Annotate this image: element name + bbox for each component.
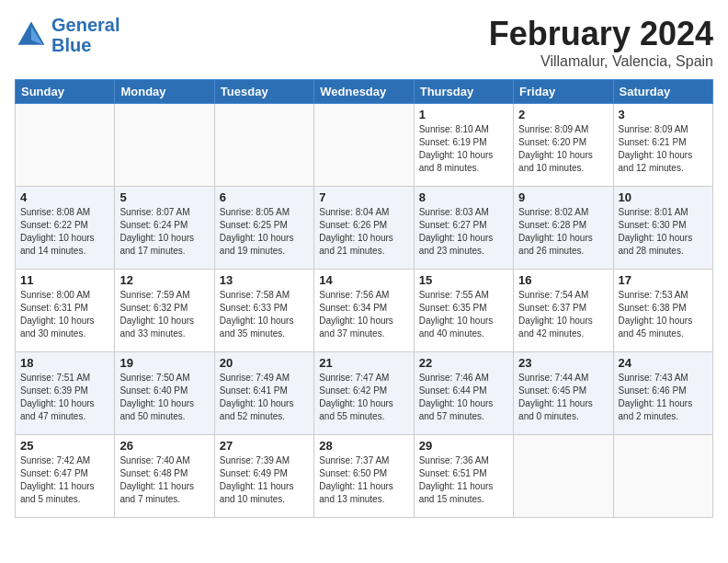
day-number: 13 [220,273,309,287]
day-number: 24 [619,356,708,370]
weekday-header-thursday: Thursday [414,80,513,104]
calendar-cell: 23Sunrise: 7:44 AM Sunset: 6:45 PM Dayli… [514,352,613,435]
day-number: 3 [619,108,708,121]
day-info: Sunrise: 7:50 AM Sunset: 6:40 PM Dayligh… [119,372,209,423]
calendar-cell: 29Sunrise: 7:36 AM Sunset: 6:51 PM Dayli… [414,435,513,518]
logo-icon [15,18,48,52]
calendar-cell: 16Sunrise: 7:54 AM Sunset: 6:37 PM Dayli… [514,270,613,352]
calendar-cell: 5Sunrise: 8:07 AM Sunset: 6:24 PM Daylig… [115,187,214,270]
calendar-cell: 25Sunrise: 7:42 AM Sunset: 6:47 PM Dayli… [16,435,115,518]
logo-text: General Blue [51,15,119,55]
day-info: Sunrise: 7:37 AM Sunset: 6:50 PM Dayligh… [319,454,408,506]
day-number: 26 [119,439,209,453]
day-info: Sunrise: 7:46 AM Sunset: 6:44 PM Dayligh… [419,372,508,423]
day-info: Sunrise: 8:08 AM Sunset: 6:22 PM Dayligh… [20,206,109,258]
calendar-cell: 28Sunrise: 7:37 AM Sunset: 6:50 PM Dayli… [314,435,414,518]
calendar-cell: 4Sunrise: 8:08 AM Sunset: 6:22 PM Daylig… [16,187,115,270]
day-number: 14 [319,273,408,287]
calendar-cell [16,104,115,187]
day-number: 2 [518,108,608,121]
calendar-cell: 24Sunrise: 7:43 AM Sunset: 6:46 PM Dayli… [613,352,712,435]
calendar-cell: 20Sunrise: 7:49 AM Sunset: 6:41 PM Dayli… [214,352,313,435]
day-info: Sunrise: 7:40 AM Sunset: 6:48 PM Dayligh… [119,454,209,506]
calendar-week-5: 25Sunrise: 7:42 AM Sunset: 6:47 PM Dayli… [16,435,713,518]
day-number: 28 [319,439,408,453]
day-info: Sunrise: 7:39 AM Sunset: 6:49 PM Dayligh… [220,454,309,506]
calendar-cell: 18Sunrise: 7:51 AM Sunset: 6:39 PM Dayli… [16,352,115,435]
day-number: 20 [220,356,309,370]
calendar-cell [115,104,214,187]
calendar-cell: 11Sunrise: 8:00 AM Sunset: 6:31 PM Dayli… [16,270,115,352]
day-number: 16 [518,273,608,287]
location-title: Villamalur, Valencia, Spain [489,53,713,70]
calendar-cell [514,435,613,518]
day-number: 29 [419,439,508,453]
calendar-cell: 12Sunrise: 7:59 AM Sunset: 6:32 PM Dayli… [115,270,214,352]
calendar-cell [613,435,712,518]
calendar-cell: 15Sunrise: 7:55 AM Sunset: 6:35 PM Dayli… [414,270,513,352]
day-number: 7 [319,190,408,204]
day-info: Sunrise: 8:02 AM Sunset: 6:28 PM Dayligh… [518,206,608,258]
day-info: Sunrise: 8:01 AM Sunset: 6:30 PM Dayligh… [619,206,708,258]
calendar-header: SundayMondayTuesdayWednesdayThursdayFrid… [16,80,713,104]
day-info: Sunrise: 7:58 AM Sunset: 6:33 PM Dayligh… [220,289,309,340]
day-number: 15 [419,273,508,287]
day-number: 17 [619,273,708,287]
logo: General Blue [15,15,119,55]
day-info: Sunrise: 8:05 AM Sunset: 6:25 PM Dayligh… [220,206,309,258]
day-info: Sunrise: 7:49 AM Sunset: 6:41 PM Dayligh… [220,372,309,423]
calendar-cell: 2Sunrise: 8:09 AM Sunset: 6:20 PM Daylig… [514,104,613,187]
day-info: Sunrise: 7:51 AM Sunset: 6:39 PM Dayligh… [20,372,109,423]
weekday-header-row: SundayMondayTuesdayWednesdayThursdayFrid… [16,80,713,104]
day-number: 10 [619,190,708,204]
day-number: 1 [419,108,508,121]
calendar-cell: 7Sunrise: 8:04 AM Sunset: 6:26 PM Daylig… [314,187,414,270]
calendar-cell: 14Sunrise: 7:56 AM Sunset: 6:34 PM Dayli… [314,270,414,352]
calendar-cell: 19Sunrise: 7:50 AM Sunset: 6:40 PM Dayli… [115,352,214,435]
weekday-header-wednesday: Wednesday [314,80,414,104]
calendar-week-2: 4Sunrise: 8:08 AM Sunset: 6:22 PM Daylig… [16,187,713,270]
calendar-cell: 26Sunrise: 7:40 AM Sunset: 6:48 PM Dayli… [115,435,214,518]
calendar-cell: 22Sunrise: 7:46 AM Sunset: 6:44 PM Dayli… [414,352,513,435]
day-info: Sunrise: 8:09 AM Sunset: 6:20 PM Dayligh… [518,123,608,175]
day-info: Sunrise: 8:10 AM Sunset: 6:19 PM Dayligh… [419,123,508,175]
calendar-cell: 6Sunrise: 8:05 AM Sunset: 6:25 PM Daylig… [214,187,313,270]
day-number: 8 [419,190,508,204]
day-info: Sunrise: 7:53 AM Sunset: 6:38 PM Dayligh… [619,289,708,340]
day-number: 18 [20,356,109,370]
calendar-cell [214,104,313,187]
calendar-week-1: 1Sunrise: 8:10 AM Sunset: 6:19 PM Daylig… [16,104,713,187]
weekday-header-friday: Friday [514,80,613,104]
calendar-table: SundayMondayTuesdayWednesdayThursdayFrid… [15,79,713,518]
day-number: 22 [419,356,508,370]
calendar-week-3: 11Sunrise: 8:00 AM Sunset: 6:31 PM Dayli… [16,270,713,352]
day-info: Sunrise: 8:00 AM Sunset: 6:31 PM Dayligh… [20,289,109,340]
day-number: 11 [20,273,109,287]
day-number: 19 [119,356,209,370]
day-number: 12 [119,273,209,287]
calendar-body: 1Sunrise: 8:10 AM Sunset: 6:19 PM Daylig… [16,104,713,518]
calendar-week-4: 18Sunrise: 7:51 AM Sunset: 6:39 PM Dayli… [16,352,713,435]
weekday-header-sunday: Sunday [16,80,115,104]
day-number: 6 [220,190,309,204]
day-info: Sunrise: 7:54 AM Sunset: 6:37 PM Dayligh… [518,289,608,340]
title-block: February 2024 Villamalur, Valencia, Spai… [489,15,713,70]
day-number: 25 [20,439,109,453]
day-number: 27 [220,439,309,453]
day-number: 5 [119,190,209,204]
day-info: Sunrise: 8:09 AM Sunset: 6:21 PM Dayligh… [619,123,708,175]
calendar-cell: 1Sunrise: 8:10 AM Sunset: 6:19 PM Daylig… [414,104,513,187]
calendar-cell: 8Sunrise: 8:03 AM Sunset: 6:27 PM Daylig… [414,187,513,270]
calendar-cell: 10Sunrise: 8:01 AM Sunset: 6:30 PM Dayli… [613,187,712,270]
calendar-cell: 17Sunrise: 7:53 AM Sunset: 6:38 PM Dayli… [613,270,712,352]
calendar-cell: 9Sunrise: 8:02 AM Sunset: 6:28 PM Daylig… [514,187,613,270]
day-info: Sunrise: 7:43 AM Sunset: 6:46 PM Dayligh… [619,372,708,423]
day-number: 21 [319,356,408,370]
calendar-cell: 21Sunrise: 7:47 AM Sunset: 6:42 PM Dayli… [314,352,414,435]
day-info: Sunrise: 7:44 AM Sunset: 6:45 PM Dayligh… [518,372,608,423]
day-info: Sunrise: 8:03 AM Sunset: 6:27 PM Dayligh… [419,206,508,258]
day-number: 23 [518,356,608,370]
day-info: Sunrise: 7:59 AM Sunset: 6:32 PM Dayligh… [119,289,209,340]
calendar-cell: 3Sunrise: 8:09 AM Sunset: 6:21 PM Daylig… [613,104,712,187]
page-header: General Blue February 2024 Villamalur, V… [15,15,713,70]
